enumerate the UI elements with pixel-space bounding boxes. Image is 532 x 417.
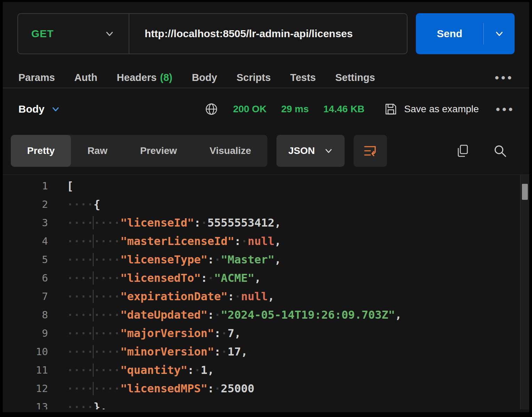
- line-content: ········"licensedTo":·"ACME",: [67, 269, 261, 287]
- code-line: 2····{: [3, 195, 529, 214]
- tab-settings[interactable]: Settings: [335, 72, 375, 83]
- url-box: GET http://localhost:8505/lr-admin-api/l…: [17, 13, 408, 54]
- line-content: ····{: [67, 195, 100, 214]
- response-stats: 200 OK 29 ms 14.46 KB Save as example ●●…: [204, 102, 515, 116]
- line-number: 4: [3, 232, 48, 251]
- line-content: ········"licensedMPS":·25000: [67, 379, 254, 398]
- line-number: 1: [3, 177, 48, 195]
- headers-count-badge: (8): [160, 72, 172, 83]
- view-tab-pretty[interactable]: Pretty: [11, 135, 71, 167]
- response-more-options-icon[interactable]: ●●●: [495, 105, 515, 114]
- line-number: 3: [3, 214, 48, 232]
- save-as-example-label: Save as example: [404, 104, 479, 115]
- method-select[interactable]: GET: [18, 14, 129, 54]
- send-button[interactable]: Send: [416, 13, 515, 54]
- response-size: 14.46 KB: [323, 104, 364, 115]
- tab-headers[interactable]: Headers(8): [117, 72, 172, 83]
- search-icon: [492, 143, 508, 158]
- code-line: 1[: [3, 177, 529, 195]
- send-button-label: Send: [416, 28, 483, 40]
- line-content: ····},: [67, 398, 107, 409]
- line-content: ········"expirationDate":·null,: [67, 287, 274, 306]
- line-content: ········"minorVersion":·17,: [67, 343, 248, 361]
- beautify-wrap-icon: [363, 144, 378, 158]
- line-number: 6: [3, 269, 48, 287]
- line-content: ········"majorVersion":·7,: [67, 324, 241, 343]
- tab-auth[interactable]: Auth: [74, 72, 97, 83]
- network-globe-icon[interactable]: [204, 102, 218, 116]
- tab-params[interactable]: Params: [18, 72, 55, 83]
- response-time: 29 ms: [281, 104, 309, 115]
- format-select[interactable]: JSON: [276, 135, 345, 167]
- api-client-window: GET http://localhost:8505/lr-admin-api/l…: [0, 0, 532, 417]
- search-button[interactable]: [492, 143, 508, 158]
- line-number: 10: [3, 343, 48, 361]
- line-number: 7: [3, 287, 48, 306]
- response-body-viewer: 1[2····{3········"licenseId":·5555553412…: [3, 174, 529, 409]
- send-options-button[interactable]: [484, 29, 515, 38]
- status-badge: 200 OK: [233, 104, 267, 115]
- beautify-button[interactable]: [354, 135, 387, 167]
- line-number: 13: [3, 398, 48, 409]
- line-content: ········"licenseType":·"Master",: [67, 251, 281, 269]
- floppy-save-icon: [384, 102, 398, 116]
- code-line: 10········"minorVersion":·17,: [3, 343, 529, 361]
- request-bar: GET http://localhost:8505/lr-admin-api/l…: [17, 13, 515, 54]
- url-input[interactable]: http://localhost:8505/lr-admin-api/licen…: [129, 28, 353, 40]
- line-number: 11: [3, 361, 48, 379]
- code-lines: 1[2····{3········"licenseId":·5555553412…: [3, 175, 529, 409]
- code-line: 13····},: [3, 398, 529, 409]
- code-line: 5········"licenseType":·"Master",: [3, 251, 529, 269]
- code-line: 9········"majorVersion":·7,: [3, 324, 529, 343]
- chevron-down-icon: [495, 29, 504, 38]
- line-number: 5: [3, 251, 48, 269]
- tab-body[interactable]: Body: [192, 72, 217, 83]
- copy-button[interactable]: [456, 144, 470, 158]
- method-label: GET: [31, 28, 54, 40]
- view-tab-raw[interactable]: Raw: [71, 135, 124, 167]
- response-view-tabs: Pretty Raw Preview Visualize: [11, 135, 267, 167]
- line-number: 2: [3, 195, 48, 214]
- response-section-label: Body: [18, 103, 45, 115]
- code-line: 3········"licenseId":·5555553412,: [3, 214, 529, 232]
- request-panel: GET http://localhost:8505/lr-admin-api/l…: [3, 2, 529, 412]
- code-line: 7········"expirationDate":·null,: [3, 287, 529, 306]
- code-line: 8········"dateUpdated":·"2024-05-14T19:2…: [3, 306, 529, 324]
- chevron-down-icon: [324, 147, 333, 155]
- line-content: [: [67, 177, 73, 195]
- code-line: 12········"licensedMPS":·25000: [3, 379, 529, 398]
- tab-headers-label: Headers: [117, 72, 156, 83]
- response-meta-bar: Body 200 OK 29 ms 14.46 KB Save as examp…: [3, 93, 529, 125]
- line-number: 12: [3, 379, 48, 398]
- copy-icon: [456, 144, 470, 158]
- line-content: ········"dateUpdated":·"2024-05-14T19:26…: [67, 306, 402, 324]
- code-line: 11········"quantity":·1,: [3, 361, 529, 379]
- line-content: ········"licenseId":·5555553412,: [67, 214, 281, 232]
- response-body-select[interactable]: Body: [18, 103, 60, 115]
- chevron-down-icon: [105, 29, 114, 38]
- tab-scripts[interactable]: Scripts: [236, 72, 271, 83]
- chevron-down-icon: [51, 105, 60, 113]
- code-line: 4········"masterLicenseId":·null,: [3, 232, 529, 251]
- response-view-bar: Pretty Raw Preview Visualize JSON: [11, 135, 515, 167]
- view-tab-preview[interactable]: Preview: [124, 135, 193, 167]
- more-options-icon[interactable]: ●●●: [494, 73, 514, 82]
- code-line: 6········"licensedTo":·"ACME",: [3, 269, 529, 287]
- view-tab-visualize[interactable]: Visualize: [193, 135, 267, 167]
- request-tabs: Params Auth Headers(8) Body Scripts Test…: [3, 67, 529, 88]
- line-content: ········"masterLicenseId":·null,: [67, 232, 281, 251]
- line-number: 8: [3, 306, 48, 324]
- format-select-value: JSON: [288, 145, 315, 156]
- save-as-example-button[interactable]: Save as example: [384, 102, 479, 116]
- scrollbar-thumb[interactable]: [522, 184, 528, 200]
- scrollbar[interactable]: [520, 175, 529, 409]
- tab-tests[interactable]: Tests: [290, 72, 316, 83]
- line-content: ········"quantity":·1,: [67, 361, 214, 379]
- line-number: 9: [3, 324, 48, 343]
